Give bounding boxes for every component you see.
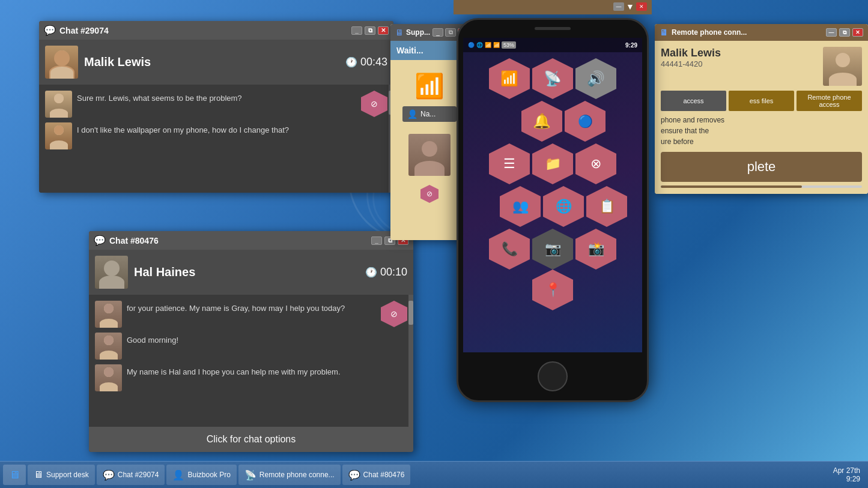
support-panel-restore[interactable]: ⧉ xyxy=(445,28,456,37)
hex-globe2[interactable]: 🌐 xyxy=(543,186,584,227)
monitor-icon-2: 🖥 xyxy=(660,28,668,37)
taskbar-remote-label: Remote phone conne... xyxy=(259,471,335,479)
user-description: phone and removesensure that theure befo… xyxy=(661,115,862,147)
progress-fill xyxy=(661,185,802,188)
signal-icon: 📶 xyxy=(493,42,500,48)
chat-icon-2: 💬 xyxy=(94,235,106,246)
chat-2-msg-badge-1: ⊘ xyxy=(381,301,407,327)
chat-2-scrollbar[interactable] xyxy=(408,295,413,427)
chat-2-msg-1: for your patience. My name is Gray, how … xyxy=(95,301,407,328)
user-info-controls: — ⧉ ✕ xyxy=(826,28,863,37)
hex-network[interactable]: ⊗ xyxy=(575,143,616,184)
access-button[interactable]: access xyxy=(661,91,726,111)
chat-window-2[interactable]: 💬 Chat #80476 _ ⧉ ✕ Hal Haines 🕐 00:10 xyxy=(89,231,413,452)
chat-1-minimize[interactable]: _ xyxy=(351,26,362,35)
phone-dropdown-icon[interactable]: ▼ xyxy=(626,2,634,11)
chat-2-msg-text-2: Good morning! xyxy=(127,333,178,348)
chat-2-msg-avatar-1 xyxy=(95,301,122,328)
hex-bell[interactable]: 🔔 xyxy=(521,101,562,142)
chat-2-messages: for your patience. My name is Gray, how … xyxy=(89,295,413,427)
user-name-display: Malik Lewis xyxy=(661,47,817,59)
chat-1-close[interactable]: ✕ xyxy=(378,26,389,35)
hex-menu[interactable]: ☰ xyxy=(489,143,530,184)
monitor-icon: 🖥 xyxy=(395,28,404,37)
chat-1-titlebar: 💬 Chat #29074 _ ⧉ ✕ xyxy=(39,21,393,40)
phone-hex-grid: 📶 📡 🔊 🔔 🔵 ☰ 📁 ⊗ 👥 🌐 xyxy=(463,52,642,276)
chat-2-header: Hal Haines 🕐 00:10 xyxy=(89,250,413,295)
hex-sound[interactable]: 🔊 xyxy=(575,58,616,99)
chat-1-messages: Sure mr. Lewis, what seems to be the pro… xyxy=(39,85,393,193)
support-panel-username: Na... xyxy=(420,110,436,118)
chat-2-msg-avatar-2 xyxy=(95,333,122,360)
start-icon: 🖥 xyxy=(9,469,20,481)
user-info-panel[interactable]: 🖥 Remote phone conn... — ⧉ ✕ Malik Lewis… xyxy=(655,24,868,194)
hex-row-1: 📶 📡 🔊 xyxy=(466,58,639,99)
taskbar-buizbook[interactable]: 👤 Buizbook Pro xyxy=(166,465,236,485)
user-action-buttons: access ess files Remote phone access xyxy=(661,91,862,111)
chat-window-1[interactable]: 💬 Chat #29074 _ ⧉ ✕ Malik Lewis 🕐 00:43 xyxy=(39,21,393,193)
chat-1-msg-text-2: I don't like the wallpaper on my phone, … xyxy=(77,122,289,138)
phone-window-close[interactable]: ✕ xyxy=(636,2,647,11)
hex-clipboard[interactable]: 📋 xyxy=(586,186,627,227)
chat-2-minimize[interactable]: _ xyxy=(371,236,382,245)
support-panel-user-row: 👤 Na... xyxy=(402,106,457,122)
taskbar-remote-phone[interactable]: 📡 Remote phone conne... xyxy=(238,465,341,485)
user-info-restore[interactable]: ⧉ xyxy=(839,28,850,37)
chat-1-msg-2: I don't like the wallpaper on my phone, … xyxy=(45,122,387,149)
phone-time: 9:29 xyxy=(625,42,637,49)
phone-home-button[interactable] xyxy=(538,361,568,391)
hex-phone[interactable]: 📞 xyxy=(489,229,530,270)
chat-2-titlebar: 💬 Chat #80476 _ ⧉ ✕ xyxy=(89,231,413,250)
chat-1-avatar xyxy=(45,46,78,79)
complete-button[interactable]: plete xyxy=(661,152,862,182)
chat-1-title: Chat #29074 xyxy=(59,26,109,35)
hex-signal[interactable]: 📡 xyxy=(532,58,573,99)
taskbar-chat1-icon: 💬 xyxy=(103,469,115,481)
chat-2-msg-3: My name is Hal and I hope you can help m… xyxy=(95,364,407,391)
start-button[interactable]: 🖥 xyxy=(3,465,26,485)
taskbar-remote-icon: 📡 xyxy=(244,469,256,481)
chat-2-footer[interactable]: Click for chat options xyxy=(89,427,413,452)
bluetooth-icon: 🔵 xyxy=(468,42,475,48)
chat-1-msg-text-1: Sure mr. Lewis, what seems to be the pro… xyxy=(77,91,242,106)
phone-device: 🔵 🌐 📶 📶 53% 9:29 📶 📡 🔊 🔔 xyxy=(457,18,649,402)
user-info-header: Malik Lewis 44441-4420 xyxy=(661,47,862,86)
phone-device-container: — ▼ ✕ 🔵 🌐 📶 📶 53% 9:29 xyxy=(457,18,649,402)
hex-wifi[interactable]: 📶 xyxy=(489,58,530,99)
support-panel-minimize[interactable]: _ xyxy=(432,28,443,37)
taskbar-chat2-icon: 💬 xyxy=(348,469,360,481)
hex-camera[interactable]: 📷 xyxy=(532,229,573,270)
hex-screenshot[interactable]: 📸 xyxy=(575,229,616,270)
chat-1-restore[interactable]: ⧉ xyxy=(365,26,375,35)
hex-users[interactable]: 👥 xyxy=(500,186,541,227)
taskbar-support-desk[interactable]: 🖥 Support desk xyxy=(28,465,95,485)
chat-2-msg-2: Good morning! xyxy=(95,333,407,360)
wifi-icon: 📶 xyxy=(414,72,445,100)
user-info-content: Malik Lewis 44441-4420 access ess files … xyxy=(655,41,868,194)
user-info-close[interactable]: ✕ xyxy=(852,28,863,37)
taskbar-buizbook-icon: 👤 xyxy=(172,469,184,481)
user-icon: 👤 xyxy=(407,109,417,119)
chat-2-username: Hal Haines xyxy=(134,265,195,279)
phone-window-minimize[interactable]: — xyxy=(613,2,624,11)
hex-row-5: 📞 📷 📸 xyxy=(466,229,639,270)
taskbar-chat-29074[interactable]: 💬 Chat #29074 xyxy=(97,465,165,485)
chat-2-avatar xyxy=(95,256,128,289)
hex-row-4: 👥 🌐 📋 xyxy=(488,186,639,227)
hex-bluetooth[interactable]: 🔵 xyxy=(565,101,605,142)
access-files-button[interactable]: ess files xyxy=(729,91,794,111)
remote-phone-button[interactable]: Remote phone access xyxy=(797,91,862,111)
hex-folder[interactable]: 📁 xyxy=(532,143,573,184)
chat-1-header: Malik Lewis 🕐 00:43 xyxy=(39,40,393,85)
user-avatar-panel xyxy=(823,47,862,86)
taskbar-chat-80476[interactable]: 💬 Chat #80476 xyxy=(342,465,411,485)
phone-speaker xyxy=(535,27,571,30)
user-info-minimize[interactable]: — xyxy=(826,28,837,37)
battery-icon: 53% xyxy=(502,41,516,49)
taskbar: 🖥 🖥 Support desk 💬 Chat #29074 👤 Buizboo… xyxy=(0,461,868,488)
chat-1-msg-badge-1: ⊘ xyxy=(361,91,387,117)
support-panel-badge: ⊘ xyxy=(420,185,439,203)
phone-screen: 🔵 🌐 📶 📶 53% 9:29 📶 📡 🔊 🔔 xyxy=(463,38,642,352)
hex-row-2: 🔔 🔵 xyxy=(488,101,639,142)
hex-location[interactable]: 📍 xyxy=(532,270,573,310)
